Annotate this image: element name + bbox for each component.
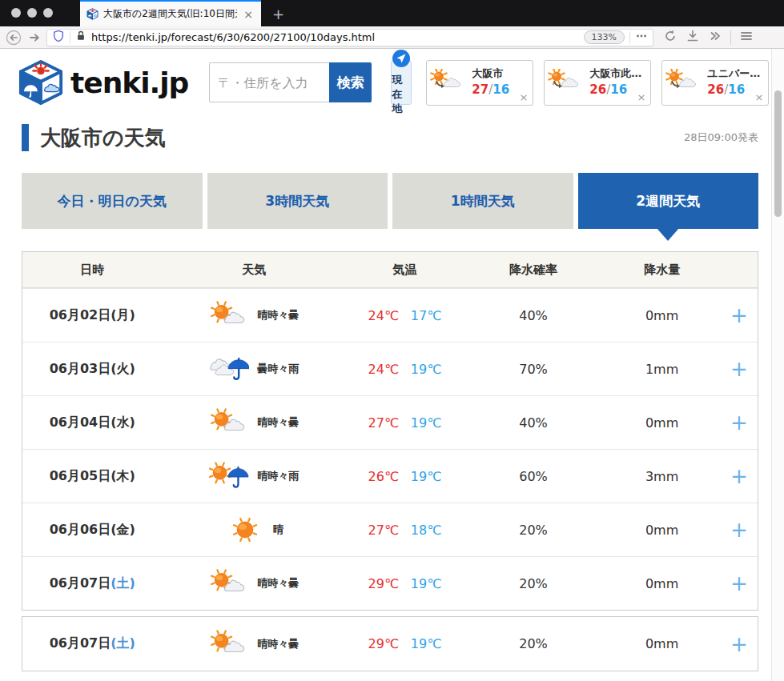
expand-row-button[interactable]: +	[721, 634, 758, 655]
zoom-window-button[interactable]	[43, 8, 53, 18]
chip-low-temp: 16	[493, 82, 509, 97]
tab-close-icon[interactable]: ×	[242, 8, 255, 21]
new-tab-button[interactable]: +	[272, 6, 284, 26]
row-date: 06月03日(火)	[22, 361, 162, 378]
zoom-level-badge[interactable]: 133%	[584, 30, 625, 44]
chip-weather-icon	[430, 69, 468, 97]
row-weather: 晴時々曇	[162, 301, 346, 330]
row-date: 06月07日(土)	[22, 575, 162, 592]
search-button[interactable]: 検索	[329, 62, 372, 102]
overflow-chevrons-icon[interactable]	[708, 29, 722, 46]
weather-label: 晴時々曇	[257, 637, 299, 651]
forward-icon[interactable]	[26, 29, 43, 46]
page-title: 大阪市の天気	[40, 124, 166, 152]
weather-tab[interactable]: 1時間天気	[392, 173, 573, 229]
high-temp: 24℃	[368, 308, 399, 323]
low-temp: 19℃	[411, 469, 441, 484]
weather-label: 晴時々曇	[257, 576, 299, 591]
browser-tab[interactable]: 大阪市の2週間天気(旧:10日間天気 ×	[80, 0, 261, 26]
row-weather: 晴時々曇	[162, 569, 346, 598]
hamburger-menu-icon[interactable]	[739, 29, 754, 46]
high-temp: 27℃	[368, 415, 399, 431]
header-weather: 天気	[162, 262, 346, 278]
row-weekday: (金)	[111, 522, 135, 539]
high-temp: 29℃	[368, 576, 399, 591]
row-date: 06月02日(月)	[22, 307, 162, 324]
forecast-table-week2: 06月07日(土) 晴時々曇 29℃ 19℃ 20% 0mm +	[22, 616, 758, 671]
expand-row-button[interactable]: +	[721, 573, 758, 594]
table-header-row: 日時 天気 気温 降水確率 降水量	[22, 252, 758, 288]
chip-close-icon[interactable]: ×	[519, 91, 528, 103]
location-arrow-icon	[392, 49, 411, 71]
row-temps: 24℃ 19℃	[346, 362, 464, 377]
low-temp: 19℃	[411, 415, 441, 431]
location-chip[interactable]: 大阪市此… 26/16 ×	[544, 60, 651, 106]
minimize-window-button[interactable]	[27, 8, 37, 18]
row-weather: 晴時々雨	[162, 462, 346, 491]
header-precip: 降水量	[603, 262, 721, 278]
vertical-scrollbar[interactable]	[771, 49, 784, 681]
chip-weather-icon	[548, 69, 586, 97]
scrollbar-thumb[interactable]	[774, 90, 782, 217]
weather-tabs: 今日・明日の天気 3時間天気 1時間天気 2週間天気	[0, 173, 784, 229]
row-precip: 1mm	[603, 362, 721, 377]
tenki-favicon-icon	[86, 8, 99, 20]
chip-location-name: 大阪市	[472, 66, 531, 81]
current-location-button[interactable]: 現在地	[391, 60, 412, 105]
row-temps: 29℃ 19℃	[346, 576, 464, 591]
location-chip[interactable]: ユニバー… 26/16 ×	[661, 60, 769, 106]
row-weekday: (木)	[111, 468, 135, 485]
expand-row-button[interactable]: +	[721, 412, 758, 433]
row-pop: 40%	[464, 415, 603, 431]
tenki-logo-text[interactable]: tenki.jp	[70, 66, 188, 99]
weather-icon	[209, 355, 249, 383]
weather-icon	[209, 301, 249, 330]
forecast-row: 06月07日(土) 晴時々曇 29℃ 19℃ 20% 0mm +	[22, 617, 758, 671]
row-pop: 60%	[464, 469, 603, 484]
weather-icon	[225, 515, 265, 544]
search-input[interactable]	[209, 62, 329, 102]
low-temp: 18℃	[411, 523, 441, 538]
row-precip: 0mm	[603, 415, 721, 431]
row-pop: 40%	[464, 308, 603, 323]
row-pop: 20%	[464, 523, 603, 538]
low-temp: 17℃	[411, 308, 441, 323]
download-icon[interactable]	[685, 29, 700, 46]
page-actions-icon[interactable]	[635, 30, 648, 46]
chip-temps: 27/16	[472, 82, 509, 97]
url-text[interactable]: https://tenki.jp/forecast/6/30/6200/2710…	[91, 31, 579, 43]
chip-close-icon[interactable]: ×	[637, 91, 645, 103]
weather-label: 曇時々雨	[257, 362, 299, 376]
tenki-logo[interactable]: tenki.jp	[18, 59, 188, 106]
traffic-lights[interactable]	[11, 8, 53, 18]
chip-close-icon[interactable]: ×	[754, 91, 763, 103]
weather-tab[interactable]: 3時間天気	[207, 173, 388, 229]
row-pop: 20%	[464, 576, 603, 591]
shield-icon[interactable]	[52, 30, 65, 46]
lock-icon[interactable]	[75, 30, 86, 45]
chip-high-temp: 27	[472, 82, 488, 97]
row-precip: 0mm	[603, 308, 721, 323]
row-weather: 晴時々曇	[162, 630, 346, 659]
close-window-button[interactable]	[11, 8, 21, 18]
back-icon[interactable]	[5, 29, 22, 46]
row-weekday: (土)	[111, 575, 135, 592]
forecast-row: 06月03日(火) 曇時々雨 24℃ 19℃ 70% 1mm +	[22, 342, 758, 395]
expand-row-button[interactable]: +	[721, 359, 758, 379]
row-date: 06月05日(木)	[22, 468, 162, 485]
expand-row-button[interactable]: +	[721, 305, 758, 326]
reload-icon[interactable]	[663, 29, 677, 46]
url-bar[interactable]: https://tenki.jp/forecast/6/30/6200/2710…	[46, 29, 653, 46]
toolbar-separator	[730, 30, 731, 45]
weather-tab[interactable]: 今日・明日の天気	[22, 173, 203, 229]
expand-row-button[interactable]: +	[721, 519, 758, 540]
forecast-row: 06月06日(金) 晴 27℃ 18℃ 20% 0mm +	[22, 503, 758, 556]
toolbar-buttons	[663, 29, 754, 46]
row-temps: 26℃ 19℃	[346, 469, 464, 484]
location-chip[interactable]: 大阪市 27/16 ×	[426, 60, 533, 106]
expand-row-button[interactable]: +	[721, 466, 758, 487]
forecast-row: 06月05日(木) 晴時々雨 26℃ 19℃ 60% 3mm +	[22, 449, 758, 503]
forecast-row: 06月07日(土) 晴時々曇 29℃ 19℃ 20% 0mm +	[22, 556, 758, 610]
weather-tab[interactable]: 2週間天気	[578, 173, 759, 229]
weather-label: 晴時々雨	[257, 469, 299, 483]
